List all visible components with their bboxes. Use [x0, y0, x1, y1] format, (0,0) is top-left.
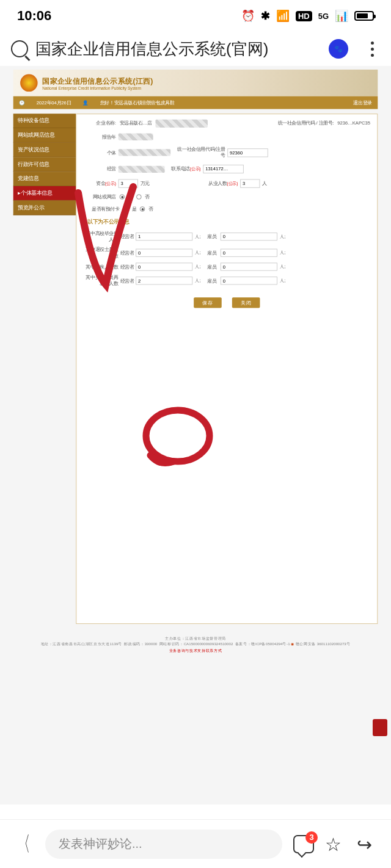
individual-label: 个体: [82, 150, 116, 156]
private-section-header: 以下为不公示信息: [82, 218, 371, 225]
save-button[interactable]: 保存: [194, 297, 222, 308]
redacted-area: [155, 119, 207, 127]
graduates-operator-input[interactable]: [136, 233, 192, 241]
has-website-label: 网站或网店: [82, 193, 116, 200]
form-row-unemployed: 其中失业人员再就业人数 经营者 人; 雇员 人;: [82, 274, 371, 287]
comments-count-badge: 3: [305, 831, 318, 844]
bluetooth-icon: ✱: [261, 9, 270, 23]
clock-icon: 🕐: [19, 100, 24, 106]
enterprise-name-label: 企业名称:: [82, 120, 116, 126]
redacted-area: [119, 134, 153, 140]
operator-label: 经营: [82, 166, 116, 172]
redacted-area: [119, 149, 171, 156]
sidebar-item-special-equipment[interactable]: 特种设备信息: [13, 114, 76, 128]
credit-code-label: 统一社会信用代码 / 注册号:: [210, 120, 334, 126]
employee-count-input[interactable]: [240, 179, 260, 188]
floating-badge-icon[interactable]: [373, 719, 387, 736]
credit2-label: 统一社会信用代码/注册号: [173, 146, 225, 159]
redacted-area: [119, 165, 165, 172]
clock: 10:06: [17, 8, 51, 24]
enterprise-name-value: 安远县版石…店: [119, 119, 153, 128]
capital-label: 资金(公示): [82, 180, 116, 186]
veterans-operator-input[interactable]: [136, 249, 192, 257]
sidebar-item-license[interactable]: 行政许可信息: [13, 157, 76, 172]
website-yes-radio[interactable]: [120, 194, 125, 200]
sidebar-item-party[interactable]: 党建信息: [13, 172, 76, 186]
form-row-veterans: 其中退役士兵人数 经营者 人; 雇员 人;: [82, 247, 371, 259]
sidebar-item-assets[interactable]: 资产状况信息: [13, 143, 76, 157]
user-icon: 👤: [82, 100, 89, 106]
page-footer: 主办单位：江西省市场监督管理局 地址：江西省南昌市高山湖区京东大道1139号 邮…: [13, 635, 378, 654]
more-menu-icon[interactable]: [364, 42, 380, 57]
capital-unit: 万元: [141, 180, 150, 186]
credit-code-input[interactable]: [227, 148, 268, 157]
info-bar: 🕐 2022年04月26日 👤 您好！安远县版石镇壹朗壹包皮具鞋 退出登录: [13, 96, 378, 109]
employee-unit: 人: [262, 180, 267, 186]
close-button[interactable]: 关闭: [232, 297, 260, 308]
contact-phone-input[interactable]: [203, 165, 244, 173]
webpage-viewport: 国家企业信用信息公示系统(江西) National Enterprise Cre…: [0, 66, 391, 805]
employee-count-label: 从业人数(公示): [187, 180, 238, 186]
browser-title-bar: 国家企业信用信息公示系统(官网) 🐾: [0, 32, 391, 66]
back-button[interactable]: 〈: [18, 830, 30, 858]
credit-code-value: 9236…KAPC35: [336, 120, 371, 127]
wifi-icon: 📶: [276, 9, 290, 23]
disabled-employee-input[interactable]: [221, 262, 277, 270]
comment-input[interactable]: 发表神评妙论...: [45, 830, 282, 859]
site-title: 国家企业信用信息公示系统: [42, 76, 133, 85]
search-icon[interactable]: [11, 40, 28, 57]
graduates-employee-input[interactable]: [221, 233, 277, 241]
phone-status-bar: 10:06 ⏰ ✱ 📶 HD 5G 📊: [0, 0, 391, 32]
website-no-radio[interactable]: [136, 194, 142, 200]
sidebar-item-website[interactable]: 网站或网店信息: [13, 128, 76, 143]
veterans-employee-input[interactable]: [221, 249, 277, 257]
battery-icon: [354, 11, 374, 21]
hd-icon: HD: [296, 11, 312, 21]
app-bottom-bar: 〈 发表神评妙论... 3 ☆ ↪: [0, 819, 391, 868]
contact-label: 联系电话(公示): [167, 166, 200, 172]
site-subtitle: National Enterprise Credit Information P…: [42, 87, 153, 91]
sidebar-item-basic-info[interactable]: ▸ 个体基本信息: [13, 186, 76, 201]
form-row-disabled: 其中残疾人人数 经营者 人; 雇员 人;: [82, 262, 371, 270]
has-prepaid-label: 是否有预付卡: [82, 206, 120, 212]
report-year-label: 报告年: [82, 134, 116, 140]
sidebar-nav: 特种设备信息 网站或网店信息 资产状况信息 行政许可信息 党建信息 ▸ 个体基本…: [13, 114, 76, 624]
baidu-logo-icon[interactable]: 🐾: [329, 39, 348, 59]
prepaid-no-radio[interactable]: [140, 206, 145, 212]
greeting-text: 您好！安远县版石镇壹朗壹包皮具鞋: [100, 99, 175, 106]
unemployed-operator-input[interactable]: [136, 277, 192, 284]
national-emblem-icon: [20, 74, 38, 92]
favorite-icon[interactable]: ☆: [325, 834, 346, 855]
page-title[interactable]: 国家企业信用信息公示系统(官网): [35, 38, 321, 60]
prepaid-yes-radio[interactable]: [123, 206, 128, 212]
logout-link[interactable]: 退出登录: [353, 99, 371, 106]
unemployed-employee-input[interactable]: [221, 277, 277, 284]
disabled-operator-input[interactable]: [136, 262, 192, 270]
sidebar-item-preview[interactable]: 预览并公示: [13, 201, 76, 215]
today-date: 2022年04月26日: [37, 99, 71, 106]
comments-icon[interactable]: 3: [293, 835, 314, 853]
main-form-panel: 企业名称: 安远县版石…店 统一社会信用代码 / 注册号: 9236…KAPC3…: [76, 114, 378, 624]
signal-icon: 📊: [335, 9, 348, 23]
alarm-icon: ⏰: [241, 9, 255, 23]
capital-input[interactable]: [119, 179, 138, 188]
share-icon[interactable]: ↪: [357, 834, 378, 855]
site-header: 国家企业信用信息公示系统(江西) National Enterprise Cre…: [13, 70, 378, 96]
form-row-graduates: 其中高校毕业生人数 经营者 人; 雇员 人;: [82, 230, 371, 243]
network-icon: 5G: [318, 12, 329, 21]
